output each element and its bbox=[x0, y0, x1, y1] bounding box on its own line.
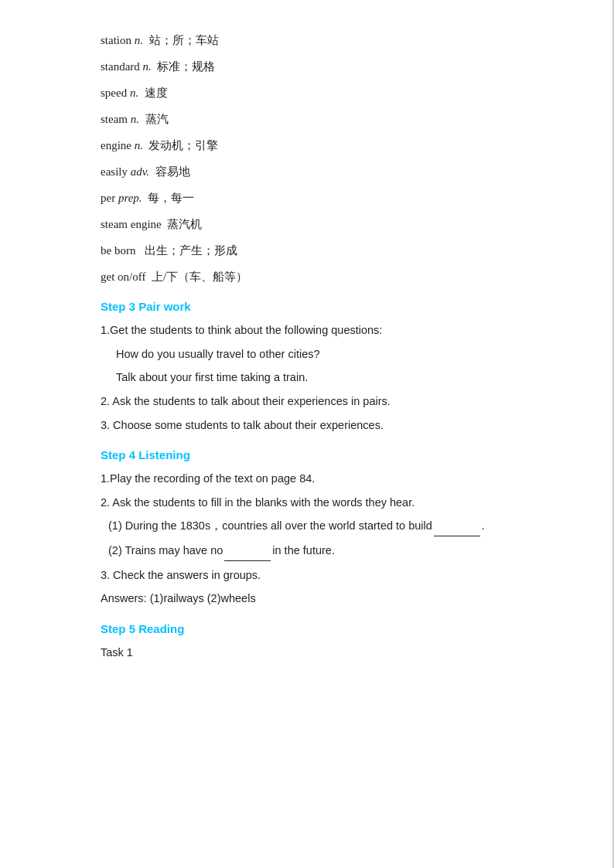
step5-heading: Step 5 Reading bbox=[101, 622, 513, 635]
vocab-pos: n. bbox=[143, 60, 152, 73]
vocab-item-get-on-off: get on/off 上/下（车、船等） bbox=[101, 267, 513, 286]
step3-section: Step 3 Pair work 1.Get the students to t… bbox=[101, 300, 513, 434]
vocab-entry: speed bbox=[101, 87, 130, 99]
vocab-item-per: per prep. 每，每一 bbox=[101, 189, 513, 207]
step4-subitem2: (2) Trains may have no in the future. bbox=[108, 541, 513, 561]
vocab-entry: steam engine bbox=[101, 218, 162, 230]
vocab-entry: per bbox=[101, 192, 118, 204]
step4-item1: 1.Play the recording of the text on page… bbox=[101, 469, 513, 488]
blank2 bbox=[224, 541, 271, 561]
vocab-list: station n. 站；所；车站 standard n. 标准；规格 spee… bbox=[101, 31, 513, 286]
vocab-item-steam-engine: steam engine 蒸汽机 bbox=[101, 215, 513, 233]
vocab-pos: prep. bbox=[118, 192, 142, 204]
vocab-item-easily: easily adv. 容易地 bbox=[101, 162, 513, 181]
step4-subitem1: (1) During the 1830s，countries all over … bbox=[108, 516, 513, 536]
step3-item3: 3. Choose some students to talk about th… bbox=[101, 416, 513, 435]
step3-subitem1: How do you usually travel to other citie… bbox=[116, 345, 513, 364]
step4-item3: 3. Check the answers in groups. bbox=[101, 566, 513, 585]
step4-answers: Answers: (1)railways (2)wheels bbox=[101, 589, 513, 608]
page: station n. 站；所；车站 standard n. 标准；规格 spee… bbox=[0, 0, 614, 868]
step3-item2: 2. Ask the students to talk about their … bbox=[101, 392, 513, 411]
vocab-pos: adv. bbox=[131, 165, 149, 178]
vocab-entry: station bbox=[101, 34, 135, 46]
vocab-item-speed: speed n. 速度 bbox=[101, 83, 513, 102]
vocab-entry: engine bbox=[101, 139, 135, 151]
vocab-item-steam: steam n. 蒸汽 bbox=[101, 110, 513, 128]
step4-item2: 2. Ask the students to fill in the blank… bbox=[101, 493, 513, 512]
step3-heading: Step 3 Pair work bbox=[101, 300, 513, 313]
step3-item1: 1.Get the students to think about the fo… bbox=[101, 321, 513, 340]
vocab-entry: get on/off bbox=[101, 271, 145, 283]
vocab-entry: easily bbox=[101, 165, 131, 178]
step5-task1: Task 1 bbox=[101, 643, 513, 662]
step4-heading: Step 4 Listening bbox=[101, 448, 513, 461]
step4-section: Step 4 Listening 1.Play the recording of… bbox=[101, 448, 513, 608]
step3-subitem2: Talk about your first time taking a trai… bbox=[116, 368, 513, 387]
vocab-pos: n. bbox=[130, 87, 138, 99]
vocab-pos: n. bbox=[135, 34, 143, 46]
step5-section: Step 5 Reading Task 1 bbox=[101, 622, 513, 662]
blank1 bbox=[434, 516, 480, 536]
vocab-pos: n. bbox=[131, 113, 139, 125]
vocab-entry: standard bbox=[101, 60, 143, 73]
vocab-item-standard: standard n. 标准；规格 bbox=[101, 57, 513, 76]
vocab-item-engine: engine n. 发动机；引擎 bbox=[101, 136, 513, 155]
vocab-pos: n. bbox=[135, 139, 143, 151]
vocab-entry: steam bbox=[101, 113, 131, 125]
vocab-item-station: station n. 站；所；车站 bbox=[101, 31, 513, 49]
vocab-entry: be born bbox=[101, 244, 135, 257]
vocab-item-be-born: be born 出生；产生；形成 bbox=[101, 241, 513, 260]
